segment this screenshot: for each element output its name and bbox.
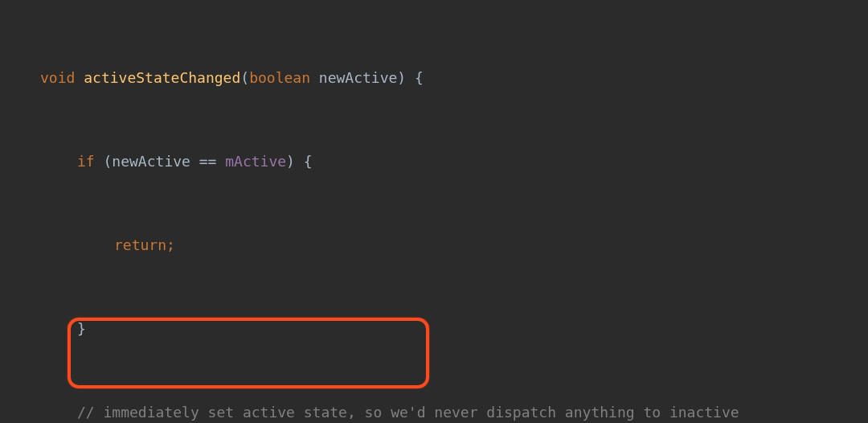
keyword: void [40,69,75,86]
method-name: activeStateChanged [84,69,240,86]
comment: // immediately set active state, so we'd… [77,404,739,421]
code-line: if (newActive == mActive) { [0,151,868,172]
code-line: } [0,318,868,339]
code-editor[interactable]: void activeStateChanged(boolean newActiv… [0,0,868,423]
code-line: // immediately set active state, so we'd… [0,402,868,423]
code-line: void activeStateChanged(boolean newActiv… [0,68,868,88]
code-line: return; [0,235,868,256]
